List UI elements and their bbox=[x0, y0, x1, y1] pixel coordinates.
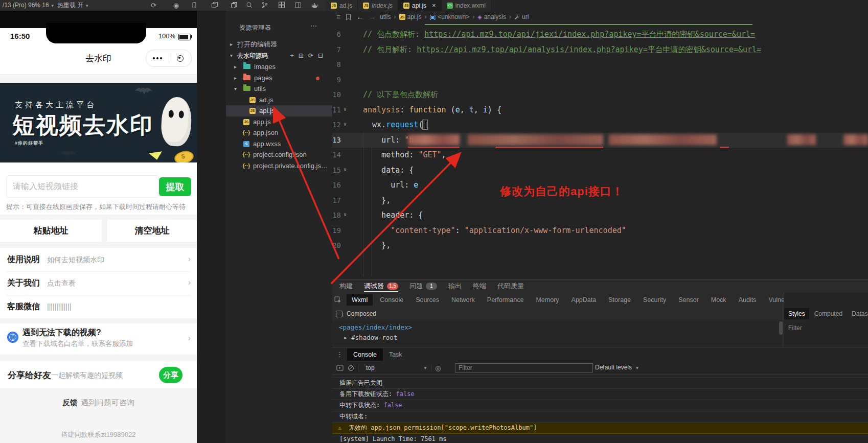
devtools-tab-Mock[interactable]: Mock bbox=[706, 294, 732, 306]
docker-whale-icon[interactable] bbox=[311, 2, 318, 9]
explorer-section-project[interactable]: ▾去水印源码+⊞⟳⊟ bbox=[226, 50, 332, 61]
more-menu-icon[interactable] bbox=[146, 57, 169, 59]
console-tab-Task[interactable]: Task bbox=[383, 348, 408, 361]
devtools-tab-Wxml[interactable]: Wxml bbox=[347, 294, 373, 306]
console-filter-input[interactable] bbox=[455, 363, 593, 372]
outline-list-icon[interactable]: ≡ bbox=[336, 13, 340, 21]
list-item-1[interactable]: 使用说明如何去短视频水印› bbox=[0, 248, 197, 271]
devtools-tab-Performance[interactable]: Performance bbox=[482, 294, 529, 306]
devtools-tab-Security[interactable]: Security bbox=[638, 294, 671, 306]
clear-console-icon[interactable] bbox=[348, 365, 354, 371]
search-icon[interactable] bbox=[245, 2, 253, 9]
panel-toggle-icon[interactable] bbox=[336, 364, 344, 371]
tree-item-ad.js[interactable]: JSad.js bbox=[226, 95, 332, 106]
tree-item-api.js[interactable]: JSapi.js bbox=[226, 105, 332, 116]
back-arrow-icon[interactable]: ← bbox=[356, 13, 363, 21]
panel-tab-代码质量[interactable]: 代码质量 bbox=[497, 279, 524, 293]
tree-item-app.wxss[interactable]: Sapp.wxss bbox=[226, 138, 332, 150]
code-line-14[interactable]: 14 method: "GET", bbox=[332, 148, 868, 163]
panel-tab-输出[interactable]: 输出 bbox=[448, 279, 462, 293]
scrollbar-thumb[interactable] bbox=[779, 321, 783, 335]
bookmark-icon[interactable] bbox=[346, 14, 351, 20]
wxml-shadow-root-node[interactable]: ▸ #shadow-root bbox=[344, 334, 397, 341]
tree-item-images[interactable]: ▸images bbox=[226, 61, 332, 73]
code-line-7[interactable]: 7// 包月解析: https://api.mz9.top/api/analys… bbox=[332, 42, 868, 58]
close-icon[interactable]: × bbox=[432, 2, 436, 9]
code-line-12[interactable]: 12∨ wx.request({ bbox=[332, 118, 868, 133]
device-selector[interactable]: /13 (Pro) 96% 16▼ bbox=[3, 0, 55, 11]
devtools-tab-Sensor[interactable]: Sensor bbox=[673, 294, 704, 306]
breadcrumb-item-api.js[interactable]: JSapi.js bbox=[399, 13, 422, 20]
context-selector[interactable]: top▼ bbox=[366, 364, 427, 371]
layout-icon[interactable] bbox=[294, 2, 302, 9]
styles-tab-Styles[interactable]: Styles bbox=[784, 308, 809, 319]
video-link-input[interactable] bbox=[6, 175, 159, 198]
code-line-11[interactable]: 11∨analysis: function (e, t, i) { bbox=[332, 103, 868, 118]
styles-tab-Computed[interactable]: Computed bbox=[810, 308, 847, 319]
share-button[interactable]: 分享 bbox=[159, 367, 182, 383]
tree-item-pages[interactable]: ▸pages bbox=[226, 73, 332, 84]
code-line-9[interactable]: 9 bbox=[332, 73, 868, 88]
explorer-section-open-editors[interactable]: ▸打开的编辑器 bbox=[226, 39, 332, 50]
breadcrumb-item-unknown[interactable]: [◙]<unknown> bbox=[430, 13, 470, 20]
devtools-tab-Audits[interactable]: Audits bbox=[734, 294, 762, 306]
list-item-2[interactable]: 关于我们点击查看› bbox=[0, 271, 197, 295]
devtools-tab-Console[interactable]: Console bbox=[375, 294, 408, 306]
list-item-3[interactable]: 客服微信||||||||||||| bbox=[0, 295, 197, 318]
breadcrumb-item-utils[interactable]: utils bbox=[380, 13, 391, 20]
forward-arrow-icon[interactable]: → bbox=[369, 13, 376, 21]
panel-tab-构建[interactable]: 构建 bbox=[339, 279, 353, 293]
fold-chevron-icon[interactable]: ∨ bbox=[344, 116, 347, 132]
devtools-tab-AppData[interactable]: AppData bbox=[566, 294, 602, 306]
source-control-icon[interactable] bbox=[261, 2, 268, 9]
devtools-tab-Network[interactable]: Network bbox=[446, 294, 480, 306]
fold-chevron-icon[interactable]: ∨ bbox=[344, 207, 347, 222]
minimize-target-icon[interactable] bbox=[169, 55, 192, 62]
phone-preview-icon[interactable] bbox=[190, 2, 198, 9]
console-tab-Console[interactable]: Console bbox=[347, 348, 383, 361]
kebab-menu-icon[interactable]: ⋮ bbox=[336, 351, 343, 358]
tree-item-project.private.config.js[interactable]: {··}project.private.config.js… bbox=[226, 160, 332, 172]
code-line-18[interactable]: 18∨ header: { bbox=[332, 208, 868, 223]
log-levels-selector[interactable]: Default levels ▼ bbox=[595, 364, 639, 371]
wxml-root-node[interactable]: <pages/index/index> bbox=[339, 323, 412, 331]
tree-item-app.js[interactable]: JSapp.js bbox=[226, 116, 332, 128]
code-line-15[interactable]: 15∨ data: { bbox=[332, 163, 868, 178]
code-line-6[interactable]: 6// 包点数解析: https://api.mz9.top/api/jiexi… bbox=[332, 27, 868, 42]
editor-tab-index.wxml[interactable]: <>index.wxml bbox=[442, 0, 491, 11]
devtools-tab-Sources[interactable]: Sources bbox=[410, 294, 444, 306]
code-line-10[interactable]: 10// 以下是包点数解析 bbox=[332, 87, 868, 103]
panel-tab-问题[interactable]: 问题1 bbox=[409, 279, 437, 293]
code-editor[interactable]: 6// 包点数解析: https://api.mz9.top/api/jiexi… bbox=[332, 23, 868, 279]
explorer-more-icon[interactable]: ⋯ bbox=[310, 22, 317, 30]
editor-tab-api.js[interactable]: JSapi.js× bbox=[398, 0, 442, 11]
styles-filter-input[interactable]: Filter bbox=[788, 324, 802, 332]
tree-item-utils[interactable]: ▾utils bbox=[226, 83, 332, 95]
collapse-all-icon[interactable]: ⊟ bbox=[318, 50, 323, 61]
eye-icon[interactable]: ◎ bbox=[435, 364, 441, 372]
clear-address-button[interactable]: 清空地址 bbox=[107, 220, 197, 242]
refresh-icon[interactable]: ⟳ bbox=[308, 50, 313, 61]
tree-item-app.json[interactable]: {··}app.json bbox=[226, 127, 332, 138]
styles-tab-Datas[interactable]: Datas bbox=[848, 308, 868, 319]
extract-button[interactable]: 提取 bbox=[159, 177, 191, 196]
refresh-icon[interactable]: ⟳ bbox=[150, 2, 157, 9]
record-icon[interactable]: ◉ bbox=[172, 2, 180, 9]
composed-checkbox[interactable] bbox=[336, 311, 342, 317]
breadcrumb-item-url[interactable]: url bbox=[514, 13, 529, 20]
panel-tab-终端[interactable]: 终端 bbox=[473, 279, 486, 293]
code-line-20[interactable]: 20 }, bbox=[332, 238, 868, 253]
devtools-tab-Storage[interactable]: Storage bbox=[603, 294, 636, 306]
help-card[interactable]: 遇到无法下载的视频? 查看下载域名白名单，联系客服添加 › bbox=[0, 323, 197, 354]
fold-chevron-icon[interactable]: ∨ bbox=[344, 162, 347, 177]
feedback-link[interactable]: 反馈遇到问题可咨询 bbox=[0, 398, 197, 408]
breadcrumb-item-analysis[interactable]: ◈analysis bbox=[477, 13, 506, 20]
hot-reload-toggle[interactable]: 热重载 开▼ bbox=[57, 0, 89, 11]
editor-tab-index.js[interactable]: JSindex.js bbox=[358, 0, 398, 11]
multi-window-icon[interactable] bbox=[211, 2, 218, 9]
editor-tab-ad.js[interactable]: JSad.js bbox=[326, 0, 358, 11]
tree-item-project.config.json[interactable]: {··}project.config.json bbox=[226, 149, 332, 160]
files-icon[interactable] bbox=[230, 2, 238, 9]
extensions-icon[interactable] bbox=[278, 2, 285, 9]
paste-address-button[interactable]: 粘贴地址 bbox=[0, 220, 102, 242]
